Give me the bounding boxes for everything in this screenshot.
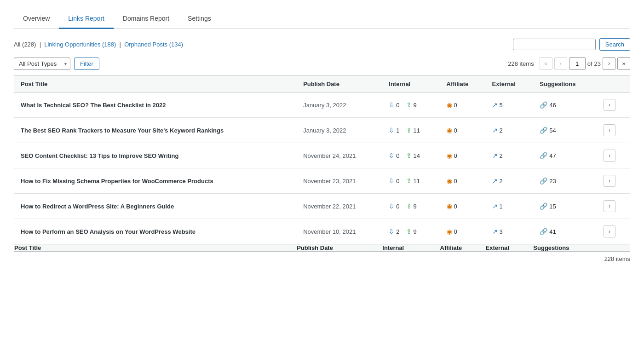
external-link-icon: ↗ xyxy=(492,127,498,134)
row-arrow-cell: › xyxy=(597,118,630,143)
row-publish-date: November 23, 2021 xyxy=(297,168,382,194)
all-filter-label[interactable]: All (228) xyxy=(14,41,36,48)
row-publish-date: November 10, 2021 xyxy=(297,219,382,244)
row-external: ↗ 3 xyxy=(486,219,534,244)
current-page-input[interactable] xyxy=(569,57,586,70)
row-detail-button[interactable]: › xyxy=(604,200,615,212)
row-affiliate: ◉ 0 xyxy=(440,118,486,143)
tab-overview[interactable]: Overview xyxy=(14,9,59,29)
suggestions-link-icon: 🔗 xyxy=(540,177,547,185)
row-external: ↗ 1 xyxy=(486,194,534,219)
tab-domains-report[interactable]: Domains Report xyxy=(114,9,178,29)
search-button[interactable]: Search xyxy=(599,38,630,51)
tabs-nav: Overview Links Report Domains Report Set… xyxy=(14,9,630,29)
row-post-title: What Is Technical SEO? The Best Checklis… xyxy=(14,92,297,118)
row-detail-button[interactable]: › xyxy=(604,124,615,136)
row-detail-button[interactable]: › xyxy=(604,225,615,237)
affiliate-icon: ◉ xyxy=(447,228,452,235)
external-metric: ↗ 5 xyxy=(492,101,527,109)
row-publish-date: November 22, 2021 xyxy=(297,194,382,219)
internal-out-icon: ⇪ xyxy=(406,127,412,134)
row-suggestions: 🔗 41 xyxy=(533,219,597,244)
search-area: Search xyxy=(513,38,630,51)
orphaned-posts-filter[interactable]: Orphaned Posts (134) xyxy=(124,41,183,48)
table-row: How to Fix Missing Schema Properties for… xyxy=(14,168,630,194)
external-metric: ↗ 2 xyxy=(492,177,527,185)
filter-row2: All Post Types Post Page ▾ Filter 228 it… xyxy=(14,57,630,70)
col-external: External xyxy=(486,76,534,92)
col-actions xyxy=(597,76,630,92)
suggestions-link-icon: 🔗 xyxy=(540,101,547,109)
row-arrow-cell: › xyxy=(597,168,630,194)
filter-links: All (228) | Linking Opportunities (188) … xyxy=(14,41,183,48)
row-publish-date: January 3, 2022 xyxy=(297,92,382,118)
suggestions-link-icon: 🔗 xyxy=(540,202,547,210)
row-affiliate: ◉ 0 xyxy=(440,194,486,219)
internal-out-metric: ⇪ 9 xyxy=(406,228,417,235)
row-detail-button[interactable]: › xyxy=(604,150,615,162)
table-footer-row: Post Title Publish Date Internal Affilia… xyxy=(14,244,630,252)
suggestions-link-icon: 🔗 xyxy=(540,127,547,134)
col-internal: Internal xyxy=(382,76,440,92)
items-count: 228 items xyxy=(508,60,534,67)
external-link-icon: ↗ xyxy=(492,177,498,185)
last-page-button[interactable]: » xyxy=(617,57,630,70)
internal-in-icon: ⇩ xyxy=(389,152,394,159)
footer-col-post-title: Post Title xyxy=(14,244,297,252)
internal-out-metric: ⇪ 11 xyxy=(406,127,420,134)
col-publish-date: Publish Date xyxy=(297,76,382,92)
internal-in-metric: ⇩ 0 xyxy=(389,101,399,109)
row-internal: ⇩ 0 ⇪ 14 xyxy=(382,143,440,168)
affiliate-metric: ◉ 0 xyxy=(447,101,479,109)
filter-button[interactable]: Filter xyxy=(74,58,99,70)
row-arrow-cell: › xyxy=(597,143,630,168)
external-link-icon: ↗ xyxy=(492,152,498,159)
linking-opportunities-filter[interactable]: Linking Opportunities (188) xyxy=(44,41,116,48)
internal-in-metric: ⇩ 1 xyxy=(389,127,399,134)
row-internal: ⇩ 0 ⇪ 9 xyxy=(382,92,440,118)
total-pages: 23 xyxy=(594,60,601,67)
internal-out-icon: ⇪ xyxy=(406,152,412,159)
next-page-button[interactable]: › xyxy=(603,57,615,70)
row-post-title: How to Redirect a WordPress Site: A Begi… xyxy=(14,194,297,219)
suggestions-link-icon: 🔗 xyxy=(540,228,547,235)
footer-col-internal: Internal xyxy=(382,244,440,252)
col-suggestions: Suggestions xyxy=(533,76,597,92)
prev-page-button[interactable]: ‹ xyxy=(554,57,567,70)
affiliate-icon: ◉ xyxy=(447,152,452,159)
table-header-row: Post Title Publish Date Internal Affilia… xyxy=(14,76,630,92)
row-suggestions: 🔗 54 xyxy=(533,118,597,143)
row-internal: ⇩ 2 ⇪ 9 xyxy=(382,219,440,244)
internal-in-icon: ⇩ xyxy=(389,127,394,134)
row-internal: ⇩ 0 ⇪ 9 xyxy=(382,194,440,219)
row-post-title: How to Perform an SEO Analysis on Your W… xyxy=(14,219,297,244)
row-arrow-cell: › xyxy=(597,92,630,118)
footer-col-external: External xyxy=(486,244,534,252)
post-type-select[interactable]: All Post Types Post Page xyxy=(14,58,70,70)
row-external: ↗ 2 xyxy=(486,118,534,143)
tab-settings[interactable]: Settings xyxy=(178,9,220,29)
row-affiliate: ◉ 0 xyxy=(440,168,486,194)
row-affiliate: ◉ 0 xyxy=(440,219,486,244)
row-detail-button[interactable]: › xyxy=(604,175,615,187)
internal-in-metric: ⇩ 0 xyxy=(389,177,399,185)
row-detail-button[interactable]: › xyxy=(604,99,615,111)
row-internal: ⇩ 0 ⇪ 11 xyxy=(382,168,440,194)
pagination: 228 items « ‹ of 23 › » xyxy=(508,57,630,70)
table-row: What Is Technical SEO? The Best Checklis… xyxy=(14,92,630,118)
internal-out-metric: ⇪ 14 xyxy=(406,152,420,159)
internal-out-metric: ⇪ 9 xyxy=(406,202,417,210)
external-link-icon: ↗ xyxy=(492,101,498,109)
affiliate-icon: ◉ xyxy=(447,101,452,109)
internal-in-icon: ⇩ xyxy=(389,177,394,185)
footer-col-affiliate: Affiliate xyxy=(440,244,486,252)
tab-links-report[interactable]: Links Report xyxy=(59,9,114,29)
row-internal: ⇩ 1 ⇪ 11 xyxy=(382,118,440,143)
first-page-button[interactable]: « xyxy=(540,57,552,70)
search-input[interactable] xyxy=(513,39,596,50)
row-post-title: SEO Content Checklist: 13 Tips to Improv… xyxy=(14,143,297,168)
external-link-icon: ↗ xyxy=(492,202,498,210)
internal-in-icon: ⇩ xyxy=(389,101,394,109)
filter-bar: All (228) | Linking Opportunities (188) … xyxy=(14,38,630,51)
footer-col-suggestions: Suggestions xyxy=(533,244,597,252)
